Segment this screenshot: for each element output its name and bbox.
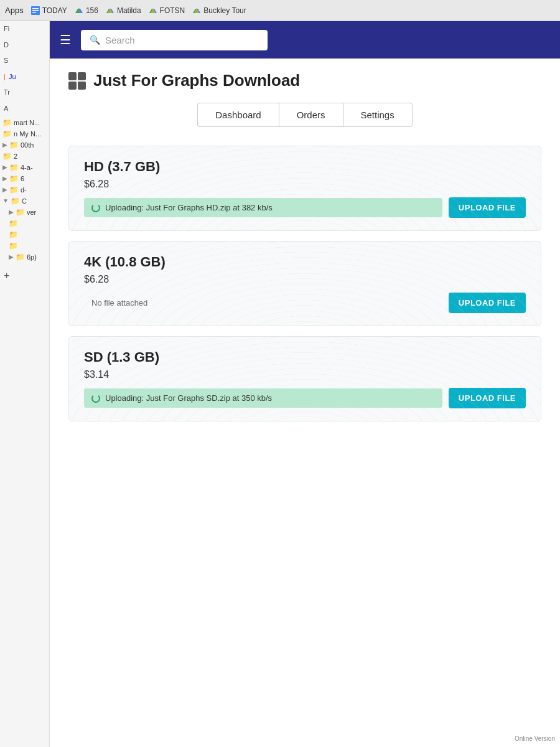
upload-btn-4k[interactable]: UPLOAD FILE	[449, 293, 526, 313]
folder-icon-12: 📁	[9, 242, 18, 250]
grid-cell-3	[68, 82, 77, 90]
sidebar-folder-mart-label: mart N...	[14, 119, 40, 126]
sidebar-folder-mart[interactable]: 📁 mart N...	[0, 117, 49, 128]
grid-cell-1	[68, 72, 77, 80]
spinner-icon-hd	[91, 204, 100, 212]
upload-row-sd: Uploading: Just For Graphs SD.zip at 350…	[84, 388, 526, 408]
upload-btn-sd[interactable]: UPLOAD FILE	[449, 388, 526, 408]
upload-btn-hd[interactable]: UPLOAD FILE	[449, 197, 526, 218]
svg-rect-3	[32, 12, 36, 13]
upload-status-sd: Uploading: Just For Graphs SD.zip at 350…	[84, 388, 442, 408]
folder-icon-4: 📁	[2, 152, 12, 161]
drive-icon-2	[106, 6, 114, 15]
sidebar-add-button[interactable]: +	[0, 263, 49, 286]
bookmark-buckley-label: Buckley Tour	[203, 6, 246, 15]
sidebar-folder-c-label: C	[22, 197, 27, 205]
sidebar-folder-4a-label: 4-a-	[21, 164, 33, 171]
tab-dashboard[interactable]: Dashboard	[197, 103, 278, 127]
sidebar-item-ju[interactable]: | Ju	[0, 69, 49, 85]
page-content: Just For Graphs Download Dashboard Order…	[50, 59, 560, 747]
file-name-hd: HD (3.7 GB)	[84, 159, 526, 175]
main-area: ☰ 🔍 Search Just For Graphs Download Dash…	[50, 21, 560, 747]
bookmark-matilda-label: Matilda	[117, 6, 141, 15]
folder-icon-3: 📁	[9, 141, 19, 149]
bookmark-buckley[interactable]: Buckley Tour	[192, 6, 246, 15]
search-bar[interactable]: 🔍 Search	[81, 30, 268, 50]
sidebar: Fi D S | Ju Tr A 📁 mart N... 📁 n My N...…	[0, 21, 50, 747]
upload-status-4k: No file attached	[84, 293, 442, 312]
file-name-4k: 4K (10.8 GB)	[84, 254, 526, 270]
folder-icon-13: 📁	[16, 253, 25, 261]
bookmark-today-label: TODAY	[42, 6, 67, 15]
page-title: Just For Graphs Download	[93, 71, 300, 90]
sidebar-folder-d[interactable]: ▶ 📁 d-	[0, 184, 49, 195]
tab-row: Dashboard Orders Settings	[68, 103, 541, 127]
sidebar-folder-6-label: 6	[21, 175, 24, 182]
drive-icon-3	[149, 6, 157, 15]
sidebar-folder-empty2[interactable]: 📁	[0, 229, 49, 240]
browser-bookmarks-bar: Apps TODAY 156 Matilda	[0, 0, 560, 21]
sidebar-folder-00th[interactable]: ▶ 📁 00th	[0, 139, 49, 151]
sidebar-folder-empty1[interactable]: 📁	[0, 218, 49, 229]
file-price-4k: $6.28	[84, 274, 526, 285]
sidebar-item-d[interactable]: D	[0, 37, 49, 54]
version-text: Online Version	[515, 735, 555, 742]
page-title-icon	[68, 72, 86, 90]
spinner-icon-sd	[91, 394, 100, 403]
spreadsheet-icon	[31, 6, 40, 15]
file-card-hd: HD (3.7 GB) $6.28 Uploading: Just For Gr…	[68, 146, 541, 231]
bookmark-156[interactable]: 156	[75, 6, 98, 15]
search-icon: 🔍	[90, 35, 100, 45]
bookmark-today[interactable]: TODAY	[31, 6, 67, 15]
sidebar-folder-6p[interactable]: ▶ 📁 6p)	[0, 251, 49, 263]
apps-bookmark[interactable]: Apps	[5, 6, 24, 15]
file-card-sd: SD (1.3 GB) $3.14 Uploading: Just For Gr…	[68, 336, 541, 421]
bookmark-fotsn-label: FOTSN	[160, 6, 185, 15]
folder-icon-7: 📁	[9, 186, 19, 194]
file-name-sd: SD (1.3 GB)	[84, 349, 526, 365]
upload-row-hd: Uploading: Just For Graphs HD.zip at 382…	[84, 197, 526, 218]
sidebar-folder-6p-label: 6p)	[27, 253, 37, 261]
folder-icon-11: 📁	[9, 230, 18, 239]
folder-icon-6: 📁	[9, 174, 19, 183]
folder-icon-9: 📁	[16, 208, 25, 217]
svg-rect-1	[32, 8, 39, 9]
svg-rect-2	[32, 10, 39, 11]
sidebar-folder-ver-label: ver	[27, 209, 36, 216]
bookmark-matilda[interactable]: Matilda	[106, 6, 141, 15]
upload-status-text-hd: Uploading: Just For Graphs HD.zip at 382…	[105, 203, 273, 212]
drive-icon-1	[75, 6, 83, 15]
grid-cell-4	[78, 82, 86, 90]
search-placeholder: Search	[105, 35, 135, 45]
file-card-4k: 4K (10.8 GB) $6.28 No file attached UPLO…	[68, 241, 541, 326]
sidebar-item-s[interactable]: S	[0, 53, 49, 69]
page-title-row: Just For Graphs Download	[68, 71, 541, 90]
sidebar-folder-4a[interactable]: ▶ 📁 4-a-	[0, 162, 49, 173]
folder-icon-8: 📁	[11, 197, 20, 205]
sidebar-folder-2[interactable]: 📁 2	[0, 151, 49, 162]
bookmark-fotsn[interactable]: FOTSN	[149, 6, 185, 15]
upload-status-text-4k: No file attached	[91, 298, 147, 308]
folder-icon-5: 📁	[9, 163, 19, 172]
tab-orders[interactable]: Orders	[279, 103, 343, 127]
sidebar-folder-c[interactable]: ▼ 📁 C	[0, 195, 49, 207]
upload-status-text-sd: Uploading: Just For Graphs SD.zip at 350…	[105, 393, 272, 403]
sidebar-item-fi[interactable]: Fi	[0, 21, 49, 37]
sidebar-folder-on-my[interactable]: 📁 n My N...	[0, 128, 49, 139]
sidebar-folder-00th-label: 00th	[21, 141, 34, 149]
folder-icon: 📁	[2, 118, 12, 127]
sidebar-folder-6[interactable]: ▶ 📁 6	[0, 173, 49, 184]
file-price-hd: $6.28	[84, 179, 526, 190]
sidebar-folder-on-my-label: n My N...	[14, 130, 41, 138]
tab-settings[interactable]: Settings	[343, 103, 413, 127]
hamburger-icon[interactable]: ☰	[60, 32, 71, 47]
sidebar-item-a[interactable]: A	[0, 101, 49, 117]
sidebar-folder-d-label: d-	[21, 186, 27, 194]
sidebar-folder-empty3[interactable]: 📁	[0, 240, 49, 251]
sidebar-folder-ver[interactable]: ▶ 📁 ver	[0, 207, 49, 218]
file-price-sd: $3.14	[84, 369, 526, 380]
sidebar-item-tr[interactable]: Tr	[0, 85, 49, 101]
grid-cell-2	[78, 72, 86, 80]
drive-icon-4	[192, 6, 201, 15]
top-nav: ☰ 🔍 Search	[50, 21, 560, 59]
